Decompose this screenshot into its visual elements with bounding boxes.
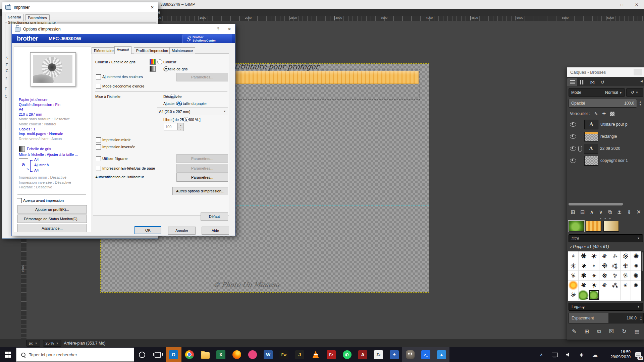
ink-save-checkbox[interactable] [96, 84, 101, 89]
paper-size-select[interactable]: A4 (210 x 297 mm)▼ [157, 108, 228, 115]
brush-cell[interactable]: ※ [621, 281, 631, 290]
dock-titlebar[interactable]: Calques - Brosses [567, 67, 644, 77]
reverse-checkbox[interactable] [96, 144, 101, 149]
merge-down-icon[interactable]: ⇓ [627, 209, 631, 215]
notification-center-button[interactable]: 16 [632, 347, 644, 362]
gradient-tab-orange-thumb[interactable] [586, 221, 601, 232]
opacity-slider[interactable]: Opacité100,0 [569, 99, 637, 108]
layer-mode-select[interactable]: Mode Normal ▼ [569, 88, 625, 97]
brush-cell[interactable]: ❉ [599, 271, 610, 281]
volume-icon[interactable] [561, 347, 575, 362]
tab-Maintenance[interactable]: Maintenance [169, 47, 195, 54]
taskbar-app-chrome[interactable] [181, 347, 197, 362]
brush-cell[interactable]: ✺ [631, 251, 641, 261]
taskbar-app-word[interactable]: W [260, 347, 276, 362]
brush-cell[interactable]: ❉ [599, 251, 610, 261]
mirror-checkbox[interactable] [96, 137, 101, 142]
brush-cell[interactable]: ✳ [568, 261, 579, 271]
duplicate-brush-icon[interactable]: ⧉ [597, 328, 601, 335]
taskbar-app-pink-app[interactable] [245, 347, 260, 362]
help-button[interactable]: Aide [202, 227, 229, 235]
brush-cell[interactable] [589, 290, 599, 300]
dropbox-icon[interactable]: ◈ [575, 347, 588, 362]
opacity-spinner[interactable]: ▲▼ [638, 99, 643, 108]
brush-cell[interactable] [610, 290, 621, 300]
brush-cell[interactable]: ✺ [631, 281, 641, 290]
left-button[interactable]: Assistance... [17, 224, 87, 232]
taskbar-app-fireworks[interactable]: Fw [276, 347, 292, 362]
anchor-layer-icon[interactable]: ⚓ [617, 209, 622, 215]
visibility-eye-icon[interactable] [570, 159, 576, 163]
taskbar-clock[interactable]: 16:59 28/09/2020 [602, 350, 632, 360]
color-adjust-checkbox[interactable] [96, 74, 101, 79]
edit-brush-icon[interactable]: ✎ [572, 328, 576, 335]
new-layer-icon[interactable]: ⊞ [571, 209, 575, 215]
watermark-params-button[interactable]: Paramètres... [176, 154, 228, 163]
tab-Elémentaire[interactable]: Elémentaire [92, 47, 116, 54]
dock-collapse-icon[interactable]: ◀ [640, 79, 643, 83]
taskbar-app-photos[interactable]: ▲ [434, 347, 449, 362]
close-icon[interactable]: ✕ [147, 2, 158, 12]
brush-cell[interactable]: ✱ [579, 281, 589, 290]
brush-cell[interactable]: ✳ [568, 290, 579, 300]
visibility-eye-icon[interactable] [570, 134, 576, 139]
taskbar-app-excel[interactable]: X [213, 347, 229, 362]
tab-Général[interactable]: Général [5, 14, 23, 21]
delete-layer-icon[interactable]: ✕ [637, 209, 641, 215]
brush-grid-scrollbar[interactable] [641, 251, 644, 301]
gradient-tab-beige-thumb[interactable] [603, 221, 619, 232]
new-group-icon[interactable]: ⊟ [580, 209, 585, 215]
taskbar-app-vlc[interactable] [308, 347, 323, 362]
default-button[interactable]: Défaut [201, 213, 228, 221]
tab-Profils d'impression[interactable]: Profils d'impression [134, 47, 170, 54]
brush-spacing-control[interactable]: Espacement 100.0 ▲▼ [569, 313, 644, 323]
header-footer-params-button[interactable]: Paramètres... [176, 164, 228, 173]
delete-brush-icon[interactable]: ☒ [609, 328, 614, 335]
visibility-eye-icon[interactable] [570, 122, 576, 127]
brush-cell[interactable]: ❉ [599, 261, 610, 271]
taskbar-app-terminal[interactable]: >_ [418, 347, 434, 362]
help-icon[interactable]: ? [212, 24, 224, 34]
header-footer-checkbox[interactable] [96, 166, 101, 171]
lock-pixels-icon[interactable]: ✎ [594, 111, 598, 116]
brush-cell[interactable]: ✱ [579, 271, 589, 281]
free-scale-spinner[interactable]: 100 ▲▼ [164, 123, 184, 131]
taskbar-app-jdownloader[interactable]: J [292, 347, 308, 362]
minimize-icon[interactable]: — [600, 0, 614, 9]
brush-cell[interactable]: ✳ [568, 271, 579, 281]
brush-cell[interactable]: ⁂ [610, 271, 621, 281]
ok-button[interactable]: OK [135, 226, 161, 234]
brush-cell[interactable]: ※ [621, 261, 631, 271]
solutions-center-button[interactable]: S Brother SolutionsCenter [182, 35, 232, 43]
brush-cell[interactable] [621, 290, 631, 300]
taskbar-app-acrobat[interactable]: A [355, 347, 371, 362]
onedrive-icon[interactable]: ☁ [588, 347, 602, 362]
tray-expand-icon[interactable]: ∧ [535, 347, 548, 362]
visibility-eye-icon[interactable] [570, 146, 576, 151]
brush-cell[interactable]: ✱ [579, 251, 589, 261]
lock-alpha-icon[interactable] [610, 112, 614, 116]
brush-cell[interactable]: ✶ [589, 251, 599, 261]
lower-layer-icon[interactable]: ∨ [599, 209, 603, 215]
preview-before-print-checkbox[interactable] [17, 198, 22, 203]
refresh-brushes-icon[interactable]: ↻ [622, 328, 626, 335]
cortana-button[interactable] [134, 347, 150, 362]
brushes-tab-pepper-thumb[interactable] [569, 221, 584, 232]
brush-cell[interactable]: ❉ [599, 281, 610, 290]
undo-history-tab-icon[interactable]: ↺ [597, 78, 607, 86]
taskbar-app-zip-tool[interactable]: Zz [371, 347, 386, 362]
brush-cell[interactable]: ※ [621, 251, 631, 261]
tab-Avancé[interactable]: Avancé [114, 46, 131, 54]
brush-cell[interactable]: ✳ [568, 251, 579, 261]
brush-cell[interactable] [579, 290, 589, 300]
network-icon[interactable] [548, 347, 561, 362]
duplicate-layer-icon[interactable]: ⧉ [608, 209, 611, 215]
paths-tab-icon[interactable]: ⋈ [587, 78, 597, 86]
brush-cell[interactable]: ✶ [589, 271, 599, 281]
brush-cell[interactable] [631, 290, 641, 300]
brush-cell[interactable]: ⁂ [610, 251, 621, 261]
taskbar-app-whatsapp[interactable]: ✆ [339, 347, 355, 362]
close-icon[interactable]: ✕ [224, 24, 235, 34]
brush-cell[interactable]: ✺ [631, 271, 641, 281]
auth-params-button[interactable]: Paramètres... [176, 173, 228, 182]
